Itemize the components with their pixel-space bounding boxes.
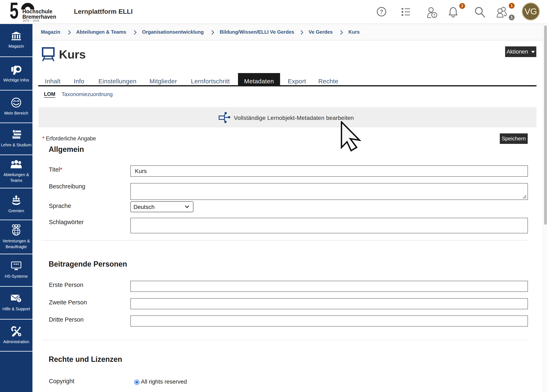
svg-text:?: ? (18, 298, 20, 302)
svg-text:?: ? (380, 9, 383, 15)
